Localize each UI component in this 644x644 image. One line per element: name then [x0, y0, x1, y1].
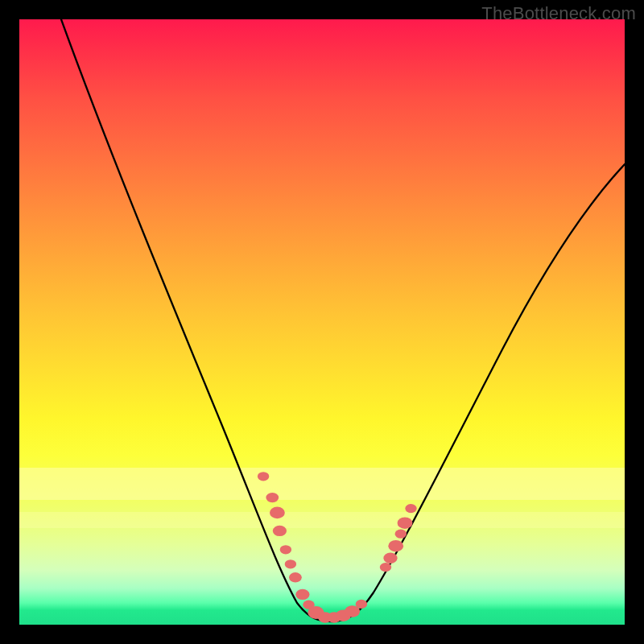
curve-marker	[356, 600, 367, 609]
watermark-text: TheBottleneck.com	[481, 3, 636, 24]
curve-marker	[258, 472, 269, 481]
curve-marker	[388, 540, 403, 552]
curve-marker	[266, 493, 279, 502]
chart-frame	[19, 19, 625, 625]
curve-marker	[273, 526, 287, 536]
curve-marker	[289, 572, 302, 582]
curve-marker	[285, 559, 296, 568]
marker-group	[258, 472, 417, 623]
curve-marker	[395, 530, 407, 539]
bottleneck-curve-path	[61, 19, 625, 621]
curve-marker	[398, 517, 413, 529]
curve-marker	[380, 563, 391, 572]
curve-marker	[405, 504, 416, 513]
curve-marker	[270, 507, 285, 519]
curve-marker	[295, 589, 309, 600]
curve-marker	[383, 553, 397, 564]
bottleneck-curve-svg	[19, 19, 625, 625]
curve-marker	[280, 545, 291, 554]
